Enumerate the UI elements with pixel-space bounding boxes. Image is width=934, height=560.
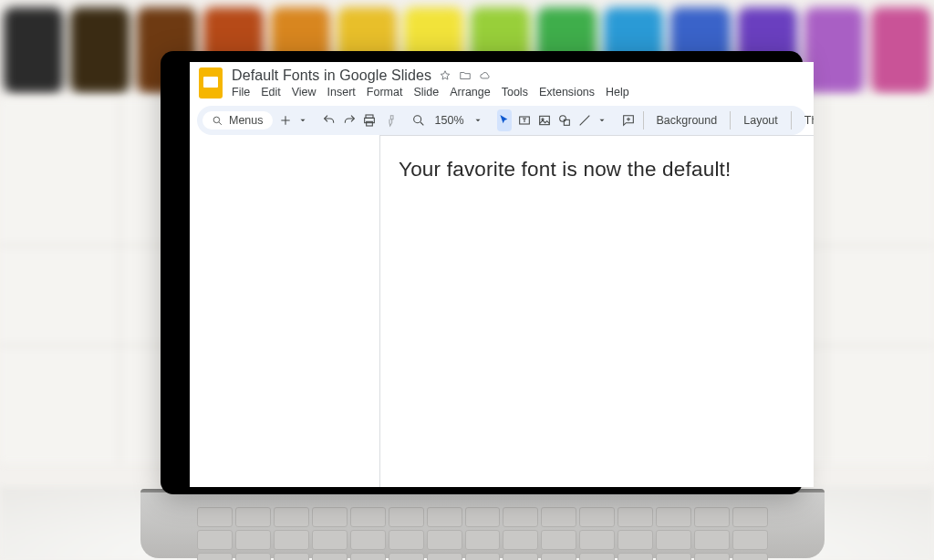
menu-slide[interactable]: Slide (413, 86, 439, 99)
slide-canvas[interactable]: Your favorite font is now the default! (379, 135, 814, 487)
titlebar: Default Fonts in Google Slides (190, 62, 814, 102)
svg-point-4 (413, 116, 420, 123)
laptop-keyboard (197, 507, 768, 560)
laptop-screen-frame: Default Fonts in Google Slides (161, 51, 803, 494)
svg-rect-6 (539, 116, 549, 124)
print-button[interactable] (362, 109, 377, 131)
select-tool-button[interactable] (497, 109, 512, 131)
svg-point-0 (213, 117, 220, 123)
menu-edit[interactable]: Edit (261, 86, 281, 99)
star-icon[interactable] (439, 69, 451, 82)
toolbar: Menus (197, 106, 806, 135)
menu-format[interactable]: Format (367, 86, 403, 99)
svg-rect-3 (366, 121, 372, 126)
slide-title-text[interactable]: Your favorite font is now the default! (399, 158, 799, 181)
cloud-status-icon[interactable] (479, 69, 492, 82)
move-icon[interactable] (459, 69, 472, 82)
zoom-tool-button[interactable] (411, 109, 426, 131)
svg-point-8 (559, 116, 566, 122)
background-button[interactable]: Background (649, 111, 725, 130)
paint-format-button[interactable] (382, 109, 397, 131)
line-tool-button[interactable] (577, 109, 592, 131)
menu-file[interactable]: File (232, 86, 250, 99)
menu-tools[interactable]: Tools (502, 86, 528, 99)
layout-button[interactable]: Layout (736, 111, 785, 130)
shape-tool-button[interactable] (557, 109, 572, 131)
editor-body: Your favorite font is now the default! (190, 135, 814, 487)
filmstrip[interactable] (190, 135, 379, 487)
scene: Default Fonts in Google Slides (0, 0, 934, 560)
zoom-dropdown[interactable] (473, 109, 483, 131)
zoom-value: 150% (435, 114, 464, 127)
comment-button[interactable] (621, 109, 636, 131)
divider (730, 111, 731, 130)
menu-view[interactable]: View (292, 86, 317, 99)
line-tool-dropdown[interactable] (597, 109, 607, 131)
menu-extensions[interactable]: Extensions (539, 86, 595, 99)
zoom-level[interactable]: 150% (431, 114, 468, 127)
textbox-tool-button[interactable] (517, 109, 532, 131)
menu-help[interactable]: Help (606, 86, 629, 99)
laptop: Default Fonts in Google Slides (140, 51, 825, 560)
image-tool-button[interactable] (537, 109, 552, 131)
search-menus-label: Menus (229, 114, 264, 127)
redo-button[interactable] (342, 109, 357, 131)
google-slides-app: Default Fonts in Google Slides (190, 62, 814, 487)
slides-logo-icon[interactable] (199, 67, 223, 99)
undo-button[interactable] (322, 109, 337, 131)
divider (643, 111, 644, 130)
new-slide-button[interactable] (278, 109, 293, 131)
menubar: File Edit View Insert Format Slide Arran… (232, 86, 629, 102)
laptop-screen: Default Fonts in Google Slides (190, 62, 814, 487)
document-title[interactable]: Default Fonts in Google Slides (232, 67, 431, 84)
divider (791, 111, 792, 130)
theme-button[interactable]: Theme (797, 111, 814, 130)
menu-insert[interactable]: Insert (327, 86, 356, 99)
search-menus[interactable]: Menus (202, 111, 273, 130)
menu-arrange[interactable]: Arrange (450, 86, 490, 99)
new-slide-dropdown[interactable] (298, 109, 307, 131)
